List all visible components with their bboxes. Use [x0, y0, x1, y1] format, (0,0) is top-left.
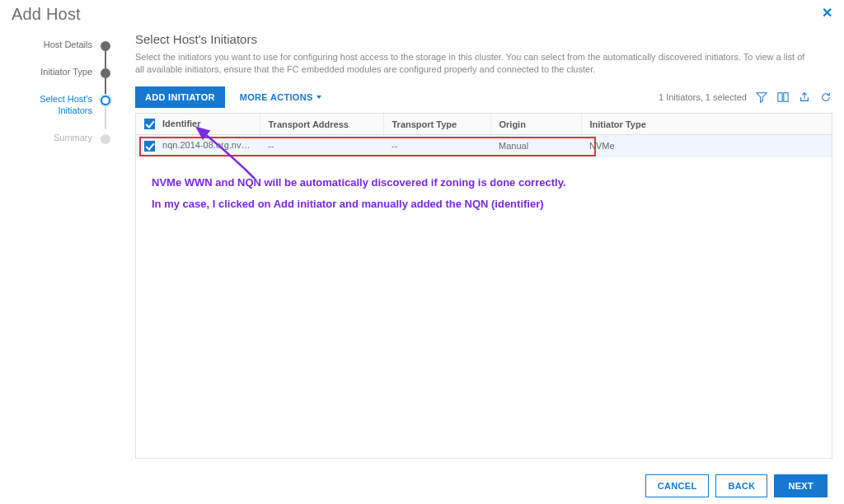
export-icon[interactable]	[798, 91, 811, 104]
modal-title: Add Host	[0, 0, 844, 32]
step-label: Initiator Type	[40, 66, 101, 77]
annotation-text: NVMe WWN and NQN will be automatically d…	[152, 172, 566, 215]
section-description: Select the initiators you want to use fo…	[135, 51, 811, 77]
step-host-details[interactable]: Host Details	[12, 39, 110, 66]
step-label: Host Details	[44, 39, 101, 50]
step-select-initiators[interactable]: Select Host's Initiators	[12, 93, 110, 132]
step-initiator-type[interactable]: Initiator Type	[12, 66, 110, 93]
cell-identifier: nqn.2014-08.org.nvm...	[162, 140, 256, 150]
column-header-origin[interactable]: Origin	[490, 114, 581, 135]
columns-icon[interactable]	[776, 91, 790, 104]
cell-initiator-type: NVMe	[581, 135, 832, 157]
column-header-identifier[interactable]: Identifier	[136, 114, 260, 135]
close-icon[interactable]: ✕	[822, 5, 832, 21]
more-actions-label: MORE ACTIONS	[240, 92, 313, 102]
section-title: Select Host's Initiators	[135, 32, 832, 46]
cell-origin: Manual	[490, 135, 581, 157]
column-header-initiator-type[interactable]: Initiator Type	[581, 114, 832, 135]
cell-transport-address: --	[260, 135, 383, 157]
svg-rect-0	[778, 93, 782, 102]
cancel-button[interactable]: CANCEL	[645, 474, 710, 497]
step-dot-icon	[101, 134, 110, 144]
more-actions-button[interactable]: MORE ACTIONS	[232, 86, 330, 108]
back-button[interactable]: BACK	[715, 474, 767, 497]
add-initiator-button[interactable]: ADD INITIATOR	[135, 86, 225, 108]
wizard-stepper: Host Details Initiator Type Select Host'…	[12, 32, 110, 459]
initiators-table: Identifier Transport Address Transport T…	[135, 113, 832, 459]
selection-status: 1 Initiators, 1 selected	[659, 92, 747, 102]
chevron-down-icon	[316, 96, 321, 99]
cell-transport-type: --	[383, 135, 490, 157]
column-header-transport-type[interactable]: Transport Type	[383, 114, 490, 135]
column-header-transport-address[interactable]: Transport Address	[260, 114, 383, 135]
step-label: Select Host's Initiators	[26, 93, 101, 117]
step-label: Summary	[54, 132, 101, 143]
step-dot-icon	[101, 68, 110, 78]
step-dot-icon	[101, 41, 110, 51]
table-row[interactable]: nqn.2014-08.org.nvm... -- -- Manual NVMe	[136, 135, 832, 157]
next-button[interactable]: NEXT	[774, 474, 828, 497]
filter-icon[interactable]	[755, 91, 768, 104]
row-checkbox[interactable]	[144, 141, 155, 152]
step-dot-icon	[101, 96, 110, 105]
refresh-icon[interactable]	[819, 91, 832, 104]
select-all-checkbox[interactable]	[144, 119, 155, 129]
svg-rect-1	[784, 93, 788, 102]
step-summary: Summary	[12, 132, 110, 159]
